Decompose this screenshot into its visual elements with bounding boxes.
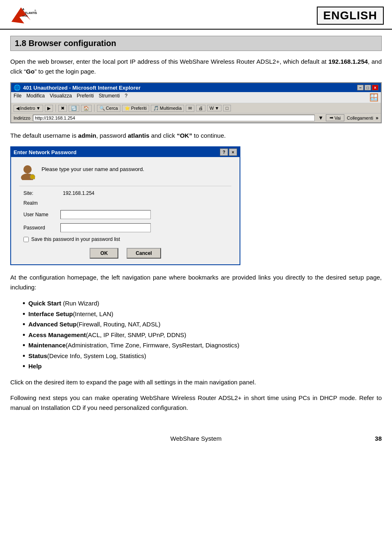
realm-label: Realm	[23, 200, 60, 206]
menu-preferiti[interactable]: Preferiti	[77, 93, 94, 102]
more-button[interactable]: □	[223, 105, 231, 111]
section-title: Browser configuration	[28, 39, 116, 48]
page-footer: WebShare System 38	[0, 431, 392, 446]
star-icon: ⭐	[125, 106, 130, 111]
toolbar-separator-2	[94, 104, 95, 112]
maintenance-bold: Maintenance	[28, 342, 66, 349]
dialog-divider	[19, 186, 231, 186]
address-input[interactable]: http://192.168.1.254	[33, 115, 315, 121]
username-row: User Name	[19, 210, 231, 219]
list-item: Quick Start (Run Wizard)	[23, 298, 382, 309]
menu-visualizza[interactable]: Visualizza	[50, 93, 72, 102]
chevron-double-icon: »	[376, 115, 378, 121]
menu-modifica[interactable]: Modifica	[26, 93, 45, 102]
footer-center: WebShare System	[134, 435, 258, 442]
list-item: Maintenance(Administration, Time Zone, F…	[23, 340, 382, 351]
print-button[interactable]: 🖨	[196, 105, 205, 111]
dialog-title-text: Enter Network Password	[14, 149, 76, 155]
network-password-dialog: Enter Network Password ? × Please type	[10, 146, 240, 265]
list-item: Acess Management(ACL, IP Filter, SNMP, U…	[23, 330, 382, 340]
stop-button[interactable]: ✖	[58, 105, 67, 112]
user-icon	[19, 164, 36, 180]
mail-button[interactable]: ✉	[186, 105, 194, 112]
page-number: 38	[258, 435, 382, 442]
home-button[interactable]: 🏠	[81, 105, 92, 112]
list-item: Advanced Setup(Firewall, Routing, NAT, A…	[23, 319, 382, 330]
restore-button[interactable]: □	[364, 85, 371, 90]
quick-start-bold: Quick Start	[28, 300, 61, 307]
search-icon: 🔍	[99, 106, 105, 111]
section-heading: 1.8 Browser configuration	[10, 36, 382, 51]
next-steps-paragraph: Following next steps you can make operat…	[10, 393, 382, 413]
dialog-prompt: Please type your user name and password.	[42, 166, 144, 172]
menu-help[interactable]: ?	[125, 93, 128, 102]
go-arrow-icon: ➡	[330, 115, 333, 120]
forward-arrow-icon: ▶	[47, 106, 51, 111]
svg-rect-10	[34, 178, 35, 179]
advanced-setup-bold: Advanced Setup	[28, 321, 77, 328]
password-input[interactable]	[60, 223, 151, 232]
connections-link[interactable]: Collegamenti	[347, 116, 373, 120]
password-label: Password	[23, 225, 60, 231]
list-item: Interface Setup(Internet, LAN)	[23, 309, 382, 319]
windows-logo-icon: 🪟	[369, 93, 378, 102]
browser-screenshot: 🌐 401 Unauthorized - Microsoft Internet …	[10, 82, 382, 123]
realm-row: Realm	[19, 200, 231, 206]
access-mgmt-bold: Acess Management	[28, 331, 86, 338]
home-icon: 🏠	[83, 106, 89, 111]
help-bold: Help	[28, 363, 42, 370]
navigation-paragraph: At the configuration homepage, the left …	[10, 273, 382, 292]
ok-keyword: “OK”	[177, 132, 192, 139]
save-password-checkbox[interactable]	[23, 237, 29, 242]
ok-button[interactable]: OK	[90, 248, 118, 259]
blank-icon: □	[226, 106, 228, 111]
cancel-button[interactable]: Cancel	[127, 248, 161, 259]
dialog-buttons-row: OK Cancel	[19, 248, 231, 259]
svg-text:A: A	[22, 8, 24, 11]
back-button[interactable]: ◀ Indietro ▼	[14, 105, 43, 112]
go-button[interactable]: ➡ Vai	[326, 114, 344, 121]
ie-icon: 🌐	[14, 84, 21, 91]
username-label: User Name	[23, 212, 60, 217]
toolbar-separator-1	[55, 104, 56, 112]
svg-point-6	[23, 165, 32, 173]
password-keyword: atlantis	[128, 132, 150, 139]
page-header: TLANTIS A AND ® ENGLISH	[0, 0, 392, 30]
intro-paragraph: Open the web browser, enter the local po…	[10, 57, 382, 76]
refresh-icon: 🔃	[71, 106, 77, 111]
mail-icon: ✉	[188, 106, 192, 111]
menu-strumenti[interactable]: Strumenti	[99, 93, 120, 102]
username-input[interactable]	[60, 210, 151, 219]
refresh-button[interactable]: 🔃	[69, 105, 79, 112]
site-row: Site: 192.168.1.254	[19, 190, 231, 196]
credentials-paragraph: The default username is OKadmin, passwor…	[10, 131, 382, 141]
browser-address-bar: Indirizzo http://192.168.1.254 ▼ ➡ Vai C…	[11, 113, 381, 123]
back-arrow-icon: ◀	[16, 106, 19, 111]
dialog-title-bar: Enter Network Password ? ×	[11, 147, 240, 157]
ip-address: 192.168.1.254	[328, 58, 368, 65]
language-badge: ENGLISH	[317, 7, 384, 25]
close-button[interactable]: ×	[372, 85, 378, 90]
multimedia-button[interactable]: 🎵 Multimedia	[151, 105, 184, 112]
dropdown-icon: ▼	[214, 106, 219, 111]
word-button[interactable]: W ▼	[207, 105, 221, 111]
dialog-help-button[interactable]: ?	[220, 148, 228, 156]
dialog-icon-row: Please type your user name and password.	[19, 164, 231, 180]
svg-text:®: ®	[35, 9, 36, 12]
browser-win-controls: – □ ×	[357, 85, 378, 90]
browser-toolbar: ◀ Indietro ▼ ▶ ✖ 🔃 🏠 🔍 Cerca	[11, 103, 381, 113]
dialog-title-controls: ? ×	[220, 148, 237, 156]
favorites-button[interactable]: ⭐ Preferiti	[122, 105, 149, 112]
go-keyword: Go	[26, 68, 35, 75]
logo-area: TLANTIS A AND ®	[8, 4, 37, 27]
site-value: 192.168.1.254	[63, 190, 95, 196]
password-row: Password	[19, 223, 231, 232]
search-button[interactable]: 🔍 Cerca	[97, 105, 120, 112]
menu-file[interactable]: File	[14, 93, 21, 102]
dialog-close-button[interactable]: ×	[229, 148, 237, 156]
minimize-button[interactable]: –	[357, 85, 364, 90]
list-item: Help	[23, 361, 382, 372]
list-item: Status(Device Info, System Log, Statisti…	[23, 351, 382, 361]
dialog-body: Please type your user name and password.…	[11, 157, 240, 264]
forward-button[interactable]: ▶	[45, 105, 53, 112]
